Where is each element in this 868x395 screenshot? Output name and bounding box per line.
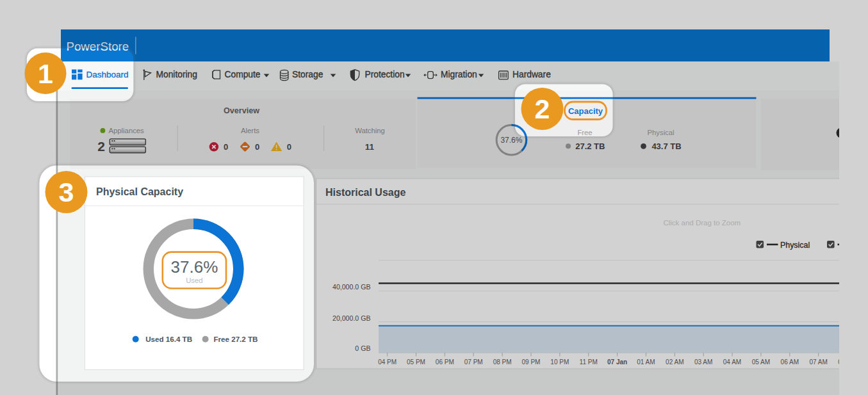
svg-text:37.6%: 37.6% (171, 257, 218, 277)
svg-text:1: 1 (38, 58, 53, 89)
svg-text:Dashboard: Dashboard (86, 70, 129, 79)
svg-text:Physical Capacity: Physical Capacity (96, 186, 183, 197)
svg-text:Used: Used (186, 277, 202, 284)
svg-text:Capacity: Capacity (568, 106, 603, 116)
svg-text:Free: Free (577, 129, 592, 136)
svg-text:3: 3 (59, 177, 74, 207)
svg-text:Used 16.4 TB: Used 16.4 TB (145, 335, 192, 343)
svg-text:Free 27.2 TB: Free 27.2 TB (214, 335, 258, 343)
svg-text:2: 2 (535, 93, 550, 124)
